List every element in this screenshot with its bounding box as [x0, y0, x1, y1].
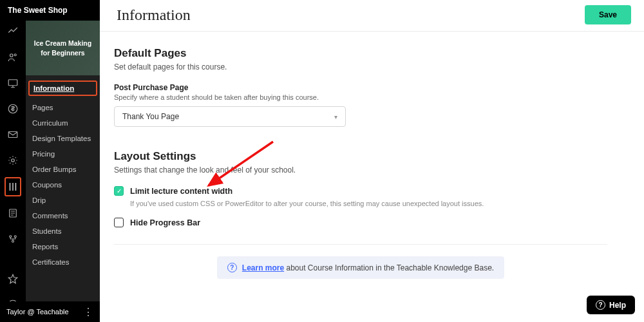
- layout-settings-heading: Layout Settings: [114, 150, 607, 163]
- sidebar-item-information[interactable]: Information: [33, 84, 92, 92]
- site-name-bar: The Sweet Shop: [0, 0, 100, 21]
- sidebar-item-pricing[interactable]: Pricing: [26, 146, 100, 162]
- svg-rect-2: [8, 80, 17, 86]
- default-pages-heading: Default Pages: [114, 47, 607, 60]
- global-nav-rail: [0, 0, 26, 322]
- save-button[interactable]: Save: [585, 5, 631, 24]
- svg-point-7: [10, 236, 12, 238]
- main-content: Information Save Default Pages Set defau…: [100, 0, 644, 322]
- svg-point-9: [12, 240, 14, 242]
- hide-progress-label: Hide Progress Bar: [130, 218, 200, 227]
- post-purchase-selected: Thank You Page: [122, 112, 179, 121]
- sidebar-item-design-templates[interactable]: Design Templates: [26, 131, 100, 146]
- analytics-icon[interactable]: [6, 26, 19, 37]
- page-header: Information Save: [100, 0, 644, 32]
- chevron-down-icon: ▾: [334, 113, 337, 120]
- sidebar-item-certificates[interactable]: Certificates: [26, 254, 100, 270]
- site-name: The Sweet Shop: [8, 6, 68, 15]
- svg-point-5: [12, 159, 15, 162]
- courses-icon-highlight: [5, 177, 21, 196]
- limit-width-row: ✓ Limit lecture content width: [114, 186, 607, 196]
- sidebar-item-students[interactable]: Students: [26, 223, 100, 239]
- info-icon: ?: [227, 263, 237, 272]
- sidebar-item-coupons[interactable]: Coupons: [26, 177, 100, 193]
- svg-point-0: [10, 54, 14, 57]
- settings-icon[interactable]: [6, 155, 19, 166]
- hide-progress-checkbox[interactable]: [114, 218, 124, 227]
- kb-banner-text: about Course Information in the Teachabl…: [284, 263, 494, 272]
- layout-settings-desc: Settings that change the look and feel o…: [114, 166, 607, 175]
- users-icon[interactable]: [6, 52, 19, 63]
- star-icon[interactable]: [6, 273, 19, 285]
- section-divider: [114, 244, 607, 245]
- content-area: Default Pages Set default pages for this…: [100, 32, 621, 305]
- user-bar: Taylor @ Teachable ⋮: [0, 301, 100, 322]
- svg-point-1: [14, 54, 16, 56]
- svg-point-8: [14, 236, 16, 238]
- sidebar-item-comments[interactable]: Comments: [26, 208, 100, 223]
- post-purchase-select[interactable]: Thank You Page ▾: [114, 106, 346, 127]
- sidebar-item-curriculum[interactable]: Curriculum: [26, 115, 100, 131]
- hide-progress-row: Hide Progress Bar: [114, 218, 607, 227]
- current-user-label[interactable]: Taylor @ Teachable: [6, 308, 69, 316]
- default-pages-desc: Set default pages for this course.: [114, 62, 607, 71]
- kb-learn-more-link[interactable]: Learn more: [242, 263, 284, 272]
- user-menu-kebab-icon[interactable]: ⋮: [83, 306, 93, 318]
- help-button-label: Help: [609, 301, 626, 310]
- course-hero[interactable]: Ice Cream Making for Beginners: [26, 21, 100, 75]
- limit-width-note: If you've used custom CSS or PowerEditor…: [130, 200, 607, 207]
- sidebar-item-order-bumps[interactable]: Order Bumps: [26, 162, 100, 177]
- course-nav-list: Information Pages Curriculum Design Temp…: [26, 75, 100, 270]
- page-title: Information: [117, 6, 191, 24]
- pages-icon[interactable]: [6, 207, 19, 219]
- limit-width-label: Limit lecture content width: [130, 187, 232, 196]
- sidebar-item-pages[interactable]: Pages: [26, 100, 100, 115]
- site-icon[interactable]: [6, 77, 19, 89]
- help-question-icon: ?: [596, 300, 605, 310]
- course-title: Ice Cream Making for Beginners: [31, 39, 95, 57]
- limit-width-checkbox[interactable]: ✓: [114, 186, 124, 196]
- sidebar-item-reports[interactable]: Reports: [26, 239, 100, 254]
- sidebar-item-information-highlight: Information: [28, 80, 97, 96]
- kb-banner: ? Learn more about Course Information in…: [217, 256, 504, 279]
- help-button[interactable]: ? Help: [587, 296, 635, 314]
- email-icon[interactable]: [6, 129, 19, 140]
- post-purchase-label: Post Purchase Page: [114, 83, 607, 92]
- course-sidebar: Ice Cream Making for Beginners Informati…: [26, 21, 100, 301]
- post-purchase-help: Specify where a student should be taken …: [114, 93, 607, 101]
- svg-marker-10: [8, 274, 17, 283]
- courses-icon[interactable]: [6, 180, 19, 193]
- sidebar-item-drip[interactable]: Drip: [26, 193, 100, 208]
- svg-rect-4: [8, 132, 17, 138]
- sales-icon[interactable]: [6, 103, 19, 115]
- extensions-icon[interactable]: [6, 233, 19, 245]
